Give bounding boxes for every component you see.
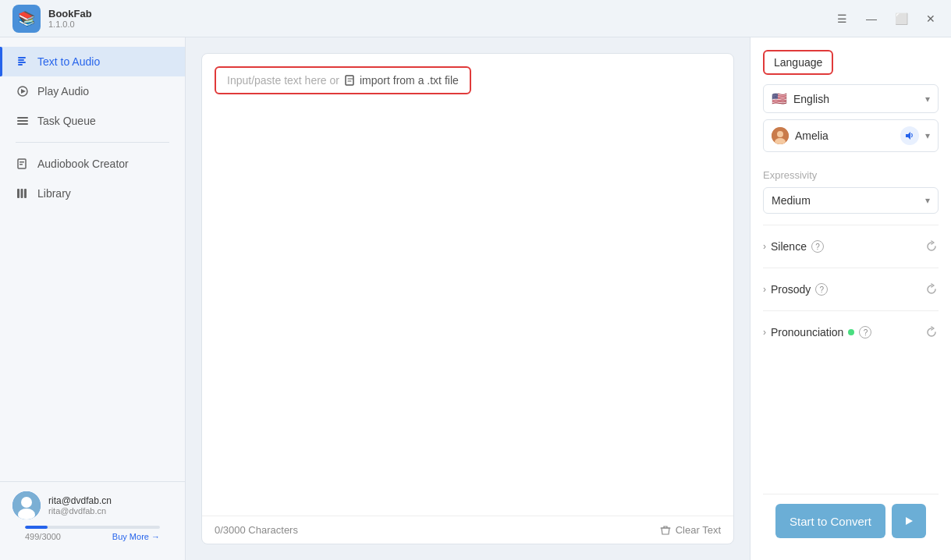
library-icon	[16, 186, 30, 200]
minimize-button[interactable]: —	[864, 11, 879, 27]
close-button[interactable]: ✕	[923, 11, 939, 27]
language-label: Language	[763, 50, 833, 75]
pronounciation-chevron-icon: ›	[763, 327, 766, 338]
user-info: rita@dvdfab.cn rita@dvdfab.cn	[12, 491, 172, 519]
clear-text-button[interactable]: Clear Text	[660, 524, 721, 536]
chevron-down-expressivity-icon: ▾	[925, 195, 930, 206]
silence-label: Silence	[771, 240, 807, 253]
sidebar-footer: rita@dvdfab.cn rita@dvdfab.cn 499/3000 B…	[0, 481, 185, 551]
maximize-button[interactable]: ⬜	[893, 11, 909, 27]
play-button[interactable]	[892, 504, 926, 538]
app-name: BookFab	[48, 8, 92, 19]
editor-card: Input/paste text here or import from a .…	[201, 53, 734, 544]
import-label: import from a .txt file	[360, 74, 459, 87]
expressivity-select-row[interactable]: Low Medium High ▾	[763, 187, 939, 214]
svg-marker-23	[906, 517, 913, 525]
language-select-row[interactable]: 🇺🇸 English Spanish French German Chinese…	[763, 84, 939, 113]
pronounciation-reset-icon[interactable]	[924, 325, 939, 339]
spacer	[763, 353, 939, 483]
sidebar: Text to Audio Play Audio Task Queue	[0, 37, 186, 560]
prosody-section[interactable]: › Prosody ?	[763, 279, 939, 299]
audiobook-creator-icon	[16, 157, 30, 171]
prosody-help-icon[interactable]: ?	[815, 283, 828, 296]
svg-rect-11	[20, 164, 23, 165]
play-audio-icon	[16, 84, 30, 98]
silence-section[interactable]: › Silence ?	[763, 236, 939, 257]
svg-marker-5	[21, 89, 26, 94]
language-select[interactable]: English Spanish French German Chinese	[793, 93, 919, 105]
task-queue-icon	[16, 114, 30, 128]
chevron-down-icon: ▾	[925, 94, 930, 105]
svg-marker-22	[906, 132, 910, 140]
sidebar-label-task-queue: Task Queue	[37, 115, 96, 127]
voice-select-row[interactable]: Amelia Brian Emma Joey ▾	[763, 119, 939, 152]
sidebar-item-audiobook-creator[interactable]: Audiobook Creator	[0, 149, 185, 179]
silence-reset-icon[interactable]	[924, 239, 939, 253]
sidebar-nav: Text to Audio Play Audio Task Queue	[0, 47, 185, 481]
app-version: 1.1.0.0	[48, 19, 92, 29]
svg-rect-3	[18, 64, 23, 66]
svg-rect-10	[20, 161, 24, 163]
titlebar: 📚 BookFab 1.1.0.0 ☰ — ⬜ ✕	[0, 0, 951, 37]
pronounciation-left: › Pronounciation ?	[763, 326, 871, 338]
svg-rect-18	[346, 76, 353, 85]
sidebar-item-play-audio[interactable]: Play Audio	[0, 76, 185, 106]
silence-help-icon[interactable]: ?	[811, 240, 824, 253]
sidebar-label-audiobook-creator: Audiobook Creator	[37, 158, 129, 170]
right-panel: Language 🇺🇸 English Spanish French Germa…	[750, 37, 951, 560]
new-badge	[848, 329, 854, 335]
text-to-audio-icon	[16, 55, 30, 69]
import-bar[interactable]: Input/paste text here or import from a .…	[215, 66, 471, 94]
sidebar-item-text-to-audio[interactable]: Text to Audio	[0, 47, 185, 76]
sidebar-divider	[16, 142, 169, 143]
expressivity-label: Expressivity	[763, 169, 939, 181]
start-convert-button[interactable]: Start to Convert	[775, 504, 885, 538]
voice-select[interactable]: Amelia Brian Emma Joey	[795, 129, 894, 142]
svg-rect-6	[17, 117, 28, 119]
text-input[interactable]	[215, 94, 721, 516]
language-section: Language 🇺🇸 English Spanish French Germa…	[763, 50, 939, 158]
usage-count: 499/3000	[25, 532, 61, 541]
pronounciation-help-icon[interactable]: ?	[859, 326, 871, 338]
import-link[interactable]: import from a .txt file	[344, 74, 459, 87]
svg-rect-14	[24, 189, 27, 198]
prosody-label: Prosody	[771, 283, 811, 296]
flag-icon: 🇺🇸	[772, 91, 787, 106]
silence-left: › Silence ?	[763, 240, 824, 253]
usage-labels: 499/3000 Buy More →	[25, 532, 160, 541]
user-email: rita@dvdfab.cn	[48, 495, 112, 506]
pronounciation-label: Pronounciation	[771, 326, 843, 338]
app-info: BookFab 1.1.0.0	[48, 8, 92, 29]
convert-footer: Start to Convert	[763, 494, 939, 548]
char-count: 0/3000 Characters	[215, 524, 298, 536]
svg-point-16	[21, 497, 32, 508]
menu-icon[interactable]: ☰	[834, 11, 850, 27]
sidebar-item-task-queue[interactable]: Task Queue	[0, 106, 185, 136]
speaker-button[interactable]	[900, 126, 919, 145]
voice-avatar	[772, 127, 789, 144]
content-area: Input/paste text here or import from a .…	[186, 37, 750, 560]
prosody-left: › Prosody ?	[763, 283, 828, 296]
sidebar-label-library: Library	[37, 187, 71, 200]
user-email2: rita@dvdfab.cn	[48, 506, 112, 516]
pronounciation-section[interactable]: › Pronounciation ?	[763, 322, 939, 342]
silence-chevron-icon: ›	[763, 241, 766, 252]
expressivity-select[interactable]: Low Medium High	[772, 194, 925, 207]
main-layout: Text to Audio Play Audio Task Queue	[0, 37, 951, 560]
svg-rect-2	[18, 62, 26, 63]
buy-more-link[interactable]: Buy More →	[112, 532, 160, 541]
svg-rect-13	[21, 189, 23, 198]
usage-bar-track	[25, 526, 160, 529]
user-details: rita@dvdfab.cn rita@dvdfab.cn	[48, 495, 112, 516]
sidebar-item-library[interactable]: Library	[0, 179, 185, 208]
svg-rect-0	[18, 57, 26, 58]
editor-body: Input/paste text here or import from a .…	[202, 54, 733, 516]
expressivity-section: Expressivity Low Medium High ▾	[763, 169, 939, 214]
divider-1	[763, 225, 939, 225]
svg-rect-7	[17, 120, 28, 122]
prosody-reset-icon[interactable]	[924, 282, 939, 296]
chevron-down-voice-icon: ▾	[925, 130, 930, 141]
avatar	[12, 491, 41, 519]
app-branding: 📚 BookFab 1.1.0.0	[12, 5, 92, 33]
svg-rect-8	[17, 123, 28, 125]
